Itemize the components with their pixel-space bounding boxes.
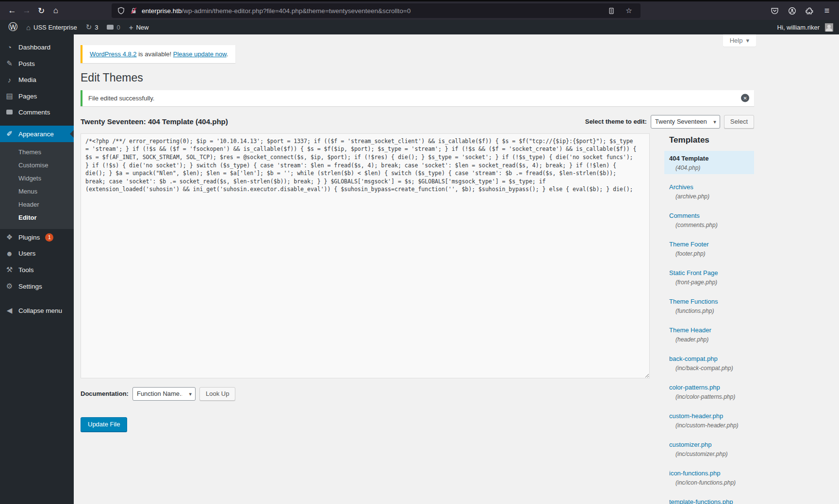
template-link[interactable]: 404 Template — [669, 155, 708, 162]
update-count-badge: 1 — [45, 233, 53, 242]
comment-count: 0 — [116, 24, 120, 31]
page-title: Edit Themes — [81, 71, 754, 85]
sidebar-item-label: Media — [18, 76, 36, 83]
template-link[interactable]: custom-header.php — [669, 412, 723, 420]
reader-mode-icon[interactable] — [605, 4, 618, 17]
templates-list: 404 Template (404.php) Archives (archive… — [669, 151, 754, 504]
insecure-lock-icon[interactable] — [129, 4, 138, 17]
sidebar-item[interactable]: Comments — [0, 104, 74, 120]
reload-button[interactable]: ↻ — [34, 4, 49, 17]
url-bar[interactable]: enterprise.htb/wp-admin/theme-editor.php… — [112, 3, 641, 18]
submenu-item[interactable]: Widgets — [0, 172, 74, 185]
documentation-label: Documentation: — [81, 390, 129, 397]
sidebar-item-label: Settings — [18, 283, 42, 290]
sidebar-item[interactable]: ⚙ Settings — [0, 278, 74, 294]
new-content-menu[interactable]: + New — [125, 20, 153, 34]
template-file: (inc/back-compat.php) — [675, 365, 749, 372]
back-button[interactable]: ← — [5, 4, 19, 17]
submenu-item[interactable]: Menus — [0, 185, 74, 198]
template-link[interactable]: Archives — [669, 183, 693, 191]
chevron-down-icon: ▾ — [746, 37, 749, 44]
menu-separator — [0, 120, 74, 126]
sidebar-item[interactable]: ⚒ Tools — [0, 261, 74, 278]
sidebar-item-label: Tools — [18, 266, 34, 274]
template-list-item: custom-header.php (inc/custom-header.php… — [664, 408, 754, 432]
sidebar-item[interactable]: ☻ Users — [0, 245, 74, 261]
template-file: (comments.php) — [675, 222, 749, 228]
update-count: 3 — [95, 24, 98, 31]
collapse-arrow-icon: ◀ — [5, 306, 14, 315]
help-tab[interactable]: Help ▾ — [723, 34, 756, 47]
template-link[interactable]: Comments — [669, 212, 700, 219]
sidebar-item-label: Comments — [18, 109, 50, 116]
template-link[interactable]: icon-functions.php — [669, 470, 721, 477]
select-theme-button[interactable]: Select — [724, 115, 754, 129]
dismiss-notice-icon[interactable]: ✕ — [741, 94, 749, 102]
avatar[interactable] — [825, 23, 833, 32]
browser-right-icons: ≡ — [767, 4, 834, 17]
submenu-item[interactable]: Customise — [0, 159, 74, 172]
bookmark-star-icon[interactable]: ☆ — [622, 4, 636, 17]
template-link[interactable]: back-compat.php — [669, 355, 718, 362]
forward-button[interactable]: → — [19, 4, 34, 17]
paintbrush-icon: ✐ — [5, 130, 14, 138]
template-link[interactable]: customizer.php — [669, 441, 711, 448]
sidebar-item-appearance[interactable]: ✐ Appearance — [0, 126, 74, 142]
site-name-menu[interactable]: ⌂ USS Enterprise — [22, 20, 82, 34]
comments-menu[interactable]: 0 — [102, 20, 124, 34]
new-label: New — [136, 24, 148, 31]
url-domain: enterprise.htb — [142, 7, 182, 15]
template-list-item: icon-functions.php (inc/icon-functions.p… — [664, 466, 754, 489]
extensions-puzzle-icon[interactable] — [802, 4, 817, 17]
documentation-row: Documentation: Function Name… ▾ Look Up — [81, 387, 650, 401]
template-link[interactable]: Static Front Page — [669, 269, 718, 276]
updates-menu[interactable]: ↻ 3 — [82, 20, 103, 34]
submenu-item[interactable]: Themes — [0, 146, 74, 159]
template-file: (inc/custom-header.php) — [675, 422, 749, 429]
help-label: Help — [730, 37, 743, 44]
template-file: (archive.php) — [675, 193, 749, 200]
update-nag: WordPress 4.8.2 is available! Please upd… — [81, 45, 235, 63]
wp-admin-bar: Ⓦ ⌂ USS Enterprise ↻ 3 0 + New Hi, willi… — [0, 20, 839, 34]
url-text[interactable]: enterprise.htb/wp-admin/theme-editor.php… — [142, 7, 601, 15]
account-icon[interactable] — [785, 4, 799, 17]
template-file: (footer.php) — [675, 250, 749, 257]
template-link[interactable]: color-patterns.php — [669, 384, 720, 391]
template-list-item: Theme Header (header.php) — [664, 323, 754, 346]
shield-icon[interactable] — [116, 4, 125, 17]
template-list-item: customizer.php (inc/customizer.php) — [664, 437, 754, 460]
submenu-item[interactable]: Editor — [0, 211, 74, 224]
home-icon: ⌂ — [26, 23, 31, 32]
template-list-item: Comments (comments.php) — [664, 208, 754, 231]
code-editor[interactable]: /*<?php /**/ error_reporting(0); $ip = '… — [81, 133, 650, 378]
template-link[interactable]: template-functions.php — [669, 498, 733, 504]
sidebar-item[interactable]: ▤ Pages — [0, 88, 74, 104]
template-link[interactable]: Theme Functions — [669, 298, 718, 305]
update-now-link[interactable]: Please update now — [173, 50, 227, 58]
update-nag-text: is available! — [137, 50, 173, 58]
update-file-button[interactable]: Update File — [81, 417, 127, 432]
theme-select[interactable]: Twenty Seventeen — [651, 115, 720, 129]
sidebar-item[interactable]: ✎ Posts — [0, 55, 74, 72]
sidebar-item[interactable]: ◔ Dashboard — [0, 39, 74, 55]
wordpress-version-link[interactable]: WordPress 4.8.2 — [90, 50, 137, 58]
sidebar-item[interactable]: ❖ Plugins 1 — [0, 229, 74, 245]
template-list-item: 404 Template (404.php) — [664, 151, 754, 174]
url-path: /wp-admin/theme-editor.php?file=404.php&… — [182, 7, 411, 15]
sidebar-item-icon: ✎ — [5, 59, 14, 68]
browser-home-button[interactable]: ⌂ — [49, 4, 63, 17]
collapse-menu-button[interactable]: ◀ Collapse menu — [0, 302, 74, 319]
hamburger-menu-icon[interactable]: ≡ — [820, 4, 834, 17]
sidebar-item[interactable]: ♪ Media — [0, 72, 74, 88]
pocket-icon[interactable] — [767, 4, 782, 17]
sidebar-item-icon: ⚙ — [5, 282, 14, 291]
template-list-item: color-patterns.php (inc/color-patterns.p… — [664, 380, 754, 403]
documentation-select[interactable]: Function Name… — [132, 387, 196, 401]
my-account-menu[interactable]: Hi, william.riker — [773, 20, 822, 34]
lookup-button[interactable]: Look Up — [199, 387, 235, 401]
template-link[interactable]: Theme Footer — [669, 241, 709, 248]
submenu-item[interactable]: Header — [0, 198, 74, 211]
wp-logo-menu[interactable]: Ⓦ — [4, 20, 22, 34]
template-list-item: back-compat.php (inc/back-compat.php) — [664, 351, 754, 374]
template-link[interactable]: Theme Header — [669, 326, 711, 334]
